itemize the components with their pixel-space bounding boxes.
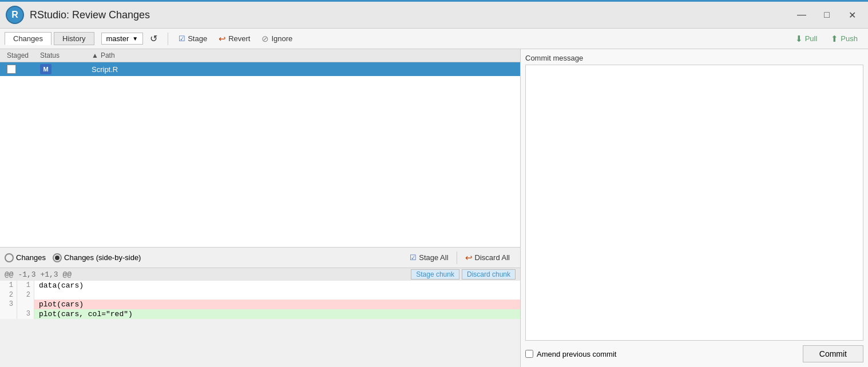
diff-toolbar: Changes Changes (side-by-side) ☑ Stage A… (0, 248, 520, 268)
diff-line: 3 plot(cars) (0, 300, 520, 309)
sort-arrow-icon: ▲ (92, 51, 98, 59)
staged-cell[interactable] (0, 65, 40, 74)
path-cell: Script.R (92, 65, 520, 74)
maximize-button[interactable]: □ (817, 6, 837, 23)
diff-actions: ☑ Stage All ↩ Discard All (404, 252, 516, 264)
staged-column-header: Staged (0, 51, 40, 59)
path-column-header[interactable]: ▲ Path (92, 51, 520, 59)
window-title: RStudio: Review Changes (30, 9, 150, 21)
line-content: plot(cars) (34, 300, 520, 309)
history-tab[interactable]: History (54, 32, 94, 45)
hunk-buttons: Stage chunk Discard chunk (411, 269, 516, 280)
old-line-num: 2 (0, 290, 17, 300)
file-list-body: M Script.R (0, 62, 520, 247)
status-badge: M (40, 64, 51, 74)
stage-all-check-icon: ☑ (410, 253, 417, 262)
view-mode-group: Changes Changes (side-by-side) (5, 253, 141, 262)
revert-button[interactable]: ↩ Revert (214, 33, 255, 45)
diff-separator (457, 252, 457, 264)
line-content: data(cars) (34, 281, 520, 290)
changes-radio-outer (5, 253, 14, 262)
branch-arrow-icon: ▼ (132, 35, 138, 42)
revert-icon: ↩ (219, 34, 226, 44)
title-bar: R RStudio: Review Changes — □ ✕ (0, 0, 868, 29)
new-line-num (17, 300, 34, 309)
refresh-icon: ↺ (150, 33, 157, 44)
diff-area: Changes Changes (side-by-side) ☑ Stage A… (0, 247, 520, 367)
old-line-num: 1 (0, 281, 17, 290)
branch-selector[interactable]: master ▼ (101, 33, 144, 45)
discard-all-button[interactable]: ↩ Discard All (459, 252, 516, 264)
table-row[interactable]: M Script.R (0, 62, 520, 76)
status-column-header: Status (40, 51, 92, 59)
amend-checkbox[interactable] (525, 350, 533, 358)
pull-icon: ⬇ (795, 34, 803, 44)
commit-message-label: Commit message (525, 54, 863, 62)
minimize-button[interactable]: — (791, 6, 812, 23)
ignore-icon: ⊘ (261, 34, 269, 44)
toolbar: Changes History master ▼ ↺ ☑ Stage ↩ Rev… (0, 29, 868, 49)
diff-hunk-header: @@ -1,3 +1,3 @@ Stage chunk Discard chun… (0, 268, 520, 281)
push-icon: ⬆ (831, 34, 838, 44)
branch-name: master (106, 34, 129, 43)
commit-message-input[interactable] (525, 65, 863, 341)
line-content (34, 290, 520, 300)
app-logo: R (6, 6, 24, 24)
diff-line: 1 1 data(cars) (0, 281, 520, 290)
staged-checkbox[interactable] (7, 65, 16, 74)
new-line-num: 2 (17, 290, 34, 300)
changes-tab[interactable]: Changes (5, 32, 51, 45)
side-by-side-radio-outer (53, 253, 62, 262)
new-line-num: 3 (17, 309, 34, 319)
diff-line: 2 2 (0, 290, 520, 300)
pull-button[interactable]: ⬇ Pull (790, 33, 823, 45)
commit-footer: Amend previous commit Commit (525, 345, 863, 362)
close-button[interactable]: ✕ (842, 6, 862, 23)
discard-chunk-button[interactable]: Discard chunk (462, 269, 516, 280)
old-line-num: 3 (0, 300, 17, 309)
file-list-header: Staged Status ▲ Path (0, 49, 520, 62)
diff-content: @@ -1,3 +1,3 @@ Stage chunk Discard chun… (0, 268, 520, 367)
separator (168, 33, 168, 45)
stage-all-button[interactable]: ☑ Stage All (404, 252, 454, 264)
commit-button[interactable]: Commit (803, 345, 863, 362)
refresh-button[interactable]: ↺ (145, 32, 162, 45)
pull-push-area: ⬇ Pull ⬆ Push (790, 33, 863, 45)
old-line-num (0, 309, 17, 319)
hunk-info: @@ -1,3 +1,3 @@ (5, 270, 72, 279)
diff-line: 3 plot(cars, col="red") (0, 309, 520, 319)
stage-button[interactable]: ☑ Stage (174, 33, 212, 44)
status-cell: M (40, 64, 92, 74)
amend-checkbox-label[interactable]: Amend previous commit (525, 350, 616, 358)
changes-radio[interactable]: Changes (5, 253, 46, 262)
main-content: Staged Status ▲ Path M Script.R (0, 49, 868, 367)
discard-all-icon: ↩ (465, 253, 473, 263)
ignore-button[interactable]: ⊘ Ignore (257, 33, 297, 45)
right-panel: Commit message Amend previous commit Com… (521, 49, 868, 367)
stage-chunk-button[interactable]: Stage chunk (411, 269, 459, 280)
line-content: plot(cars, col="red") (34, 309, 520, 319)
left-panel: Staged Status ▲ Path M Script.R (0, 49, 521, 367)
stage-check-icon: ☑ (179, 34, 185, 43)
amend-label: Amend previous commit (537, 350, 616, 358)
new-line-num: 1 (17, 281, 34, 290)
radio-selected-indicator (55, 256, 60, 260)
window-controls: — □ ✕ (791, 6, 862, 23)
side-by-side-radio[interactable]: Changes (side-by-side) (53, 253, 141, 262)
push-button[interactable]: ⬆ Push (825, 33, 863, 45)
